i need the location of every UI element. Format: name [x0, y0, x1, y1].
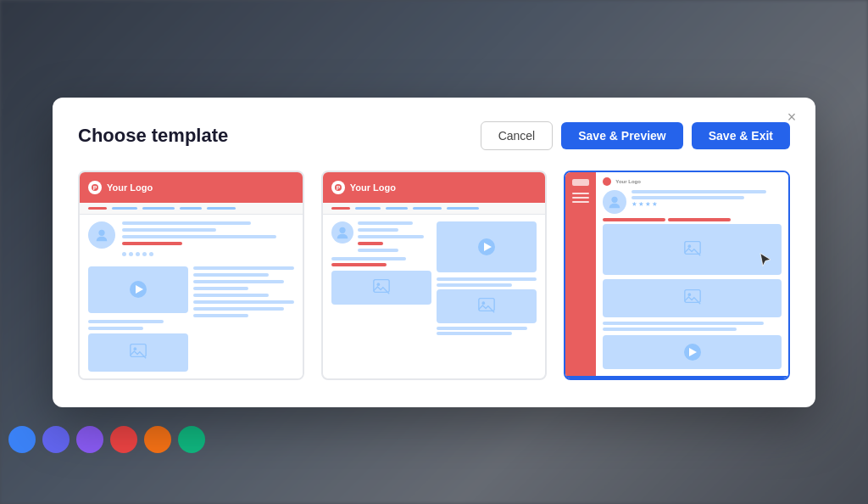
nav-line-blue-1 — [112, 207, 137, 210]
svg-point-2 — [98, 229, 104, 235]
svg-point-12 — [612, 196, 618, 202]
nav-line-blue-3 — [180, 207, 202, 210]
text-line — [193, 280, 284, 283]
template-3-card-image — [603, 224, 782, 275]
svg-point-7 — [339, 227, 345, 232]
text-line — [193, 314, 248, 317]
text-line — [358, 221, 414, 225]
star — [632, 202, 637, 207]
template-2-col-right — [437, 221, 537, 335]
nav-line-blue-1 — [355, 207, 381, 210]
header-buttons: Cancel Save & Preview Save & Exit — [481, 121, 790, 150]
star — [645, 202, 650, 207]
text-line — [122, 221, 251, 225]
template-3-avatar — [603, 190, 626, 214]
svg-rect-3 — [131, 344, 146, 357]
sidebar-line — [572, 201, 589, 203]
template-3-main: Your Logo — [596, 172, 788, 378]
template-card-1[interactable]: P Your Logo — [78, 171, 304, 380]
image-icon — [372, 277, 391, 299]
template-2-logo-icon: P — [331, 181, 345, 194]
image-icon — [477, 295, 496, 317]
dots-row — [122, 252, 294, 256]
text-line — [88, 327, 143, 330]
text-line — [193, 266, 293, 270]
text-line — [88, 320, 164, 323]
save-exit-button[interactable]: Save & Exit — [692, 122, 790, 149]
svg-point-9 — [376, 283, 380, 286]
template-2-text-block — [358, 221, 431, 252]
cancel-button[interactable]: Cancel — [481, 121, 554, 150]
template-3-text-area — [632, 190, 782, 214]
text-line — [358, 228, 398, 232]
templates-grid: P Your Logo — [78, 171, 790, 380]
template-1-two-col — [88, 266, 294, 372]
sidebar-logo — [572, 179, 589, 186]
nav-line-blue-3 — [413, 207, 442, 210]
dot — [129, 252, 133, 256]
cursor-icon — [758, 252, 773, 271]
nav-line-blue-2 — [142, 207, 175, 210]
modal-wrapper: Choose template Cancel Save & Preview Sa… — [0, 0, 868, 504]
template-2-nav — [323, 203, 546, 215]
text-line — [437, 327, 527, 330]
text-line — [331, 257, 407, 260]
sidebar-line — [572, 197, 589, 199]
text-line-red — [331, 263, 387, 266]
template-1-avatar — [88, 221, 115, 249]
nav-line-blue-4 — [207, 207, 236, 210]
play-button — [684, 344, 701, 361]
text-line-red — [603, 218, 665, 221]
save-preview-button[interactable]: Save & Preview — [561, 122, 683, 149]
sidebar-line — [572, 193, 589, 194]
template-1-col-left — [88, 266, 188, 372]
modal-dialog: Choose template Cancel Save & Preview Sa… — [53, 98, 815, 407]
star — [652, 202, 657, 207]
svg-text:P: P — [336, 184, 340, 190]
dot — [122, 252, 126, 256]
text-line — [358, 235, 425, 238]
template-1-image — [88, 333, 188, 372]
svg-rect-15 — [685, 290, 700, 303]
text-line-red — [122, 242, 182, 245]
stars-row — [632, 202, 782, 207]
modal-header: Choose template Cancel Save & Preview Sa… — [78, 121, 790, 150]
template-2-image-2 — [437, 289, 537, 323]
svg-point-16 — [687, 293, 691, 296]
star — [638, 202, 643, 207]
nav-line-red — [88, 207, 107, 210]
template-1-header: P Your Logo — [80, 172, 303, 203]
text-line — [437, 277, 537, 281]
template-card-2[interactable]: P Your Logo — [321, 171, 548, 380]
template-1-row-1 — [88, 221, 294, 260]
template-1-text-block — [122, 221, 294, 260]
modal-title: Choose template — [78, 125, 228, 147]
image-icon — [683, 238, 702, 260]
selected-indicator — [565, 376, 788, 378]
text-line — [193, 287, 248, 290]
template-2-two-col — [331, 221, 537, 335]
image-icon — [129, 341, 147, 363]
svg-text:P: P — [93, 184, 97, 190]
template-card-3[interactable]: Your Logo — [564, 171, 790, 380]
dot — [142, 252, 147, 256]
template-3-sidebar — [565, 172, 596, 378]
dot — [136, 252, 140, 256]
template-3-logo-text: Your Logo — [615, 179, 641, 184]
template-1-video — [88, 266, 188, 313]
close-button[interactable]: × — [782, 108, 802, 128]
text-line-red — [358, 242, 384, 245]
svg-point-11 — [482, 301, 486, 305]
template-1-nav — [80, 203, 303, 215]
image-icon — [683, 287, 702, 309]
nav-line-red — [331, 207, 350, 210]
dot — [149, 252, 153, 256]
text-line-red — [668, 218, 731, 221]
template-3-card-image-2 — [603, 279, 782, 317]
text-line — [193, 300, 293, 304]
text-line — [358, 249, 398, 252]
template-1-logo-text: Your Logo — [107, 182, 153, 193]
template-3-video — [603, 335, 782, 369]
sidebar-menu — [572, 193, 589, 203]
text-line — [193, 307, 284, 311]
